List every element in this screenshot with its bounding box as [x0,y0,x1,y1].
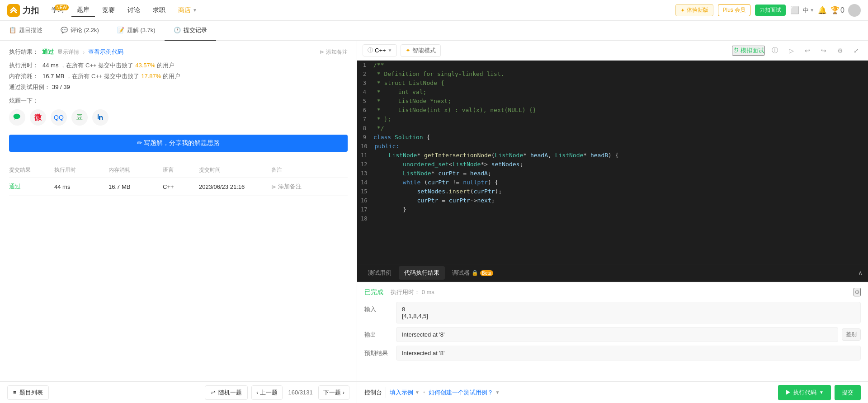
bell-icon-btn[interactable]: 🔔 [818,6,827,14]
add-note-btn[interactable]: ⊳ 添加备注 [320,48,348,56]
exec-time-desc: ，在所有 C++ 提交中击败了 [60,61,133,70]
col-header-submittime: 提交时间 [199,166,271,174]
show-detail-btn[interactable]: 显示详情 [57,48,79,56]
lock-icon: 🔒 [472,270,478,276]
view-example-btn[interactable]: 查看示例代码 [88,48,123,56]
tab-description[interactable]: 📋 题目描述 [0,21,52,41]
diff-btn[interactable]: 差别 [842,328,861,341]
expected-value: Intersected at '8' [396,346,861,361]
result-settings-btn[interactable]: ⚙ [854,288,861,296]
nav-item-learn[interactable]: 学习 NEW [46,5,70,16]
editor-actions: ⏱ 模拟面试 ⓘ ▷ ↩ ↪ ⚙ ⤢ [732,44,863,57]
output-value: Intersected at '8' [396,327,838,342]
table-header: 提交结果 执行用时 内存消耗 语言 提交时间 备注 [9,163,348,178]
beta-badge: Beta [480,270,493,276]
tab-code-result[interactable]: 代码执行结果 [399,266,445,280]
flag-icon: ⊳ [320,49,324,55]
execution-results-panel: 已完成 执行用时： 0 ms ⚙ 输入 8 [4,1,8,4,5] 输出 Int… [357,282,868,381]
status-done: 已完成 [364,288,383,296]
info-btn[interactable]: ⓘ [769,44,781,57]
sub-navigation: 📋 题目描述 💬 评论 (2.2k) 📝 题解 (3.7k) 🕐 提交记录 [0,21,868,41]
mock-interview-btn[interactable]: ⏱ 模拟面试 [732,46,765,56]
tab-submissions[interactable]: 🕐 提交记录 [165,21,216,41]
undo-icon-btn[interactable]: ↩ [801,44,814,57]
expected-label: 预期结果 [364,346,396,357]
code-line-18: 18 [357,214,868,223]
share-linkedin[interactable] [92,109,108,126]
ai-mode-btn[interactable]: ✦ 智能模式 [401,44,441,57]
nav-item-store[interactable]: 商店 ▼ [173,5,203,16]
logo[interactable]: 力扣 [7,4,39,17]
tab-solutions[interactable]: 📝 题解 (3.7k) [108,21,165,41]
redo-icon-btn[interactable]: ↪ [817,44,830,57]
mem-label: 内存消耗： [9,72,41,80]
mem-value: 16.7 MB [42,73,64,80]
next-btn[interactable]: 下一题 › [318,385,349,400]
code-line-5: 5 * ListNode *next; [357,97,868,106]
info-icon: ⓘ [368,47,373,54]
description-icon: 📋 [9,27,16,33]
run-code-btn[interactable]: ▶ 执行代码 ▼ [778,385,831,400]
output-row: 输出 Intersected at '8' 差别 [364,327,861,342]
mem-suffix: 的用户 [163,72,180,80]
col-header-note: 备注 [271,166,348,174]
nav-item-problems[interactable]: 题库 [71,4,95,17]
plus-btn[interactable]: Plus 会员 [718,4,751,16]
nav-item-jobs[interactable]: 求职 [147,5,171,16]
write-solution-btn[interactable]: ✏ 写题解，分享我的解题思路 [9,135,348,152]
submissions-table: 提交结果 执行用时 内存消耗 语言 提交时间 备注 通过 44 ms 16.7 … [9,163,348,196]
submit-btn[interactable]: 提交 [835,385,861,400]
input-value: 8 [4,1,8,4,5] [396,302,861,323]
code-line-7: 7 * }; [357,115,868,124]
result-area: 执行结果： 通过 显示详情 › 查看示例代码 ⊳ 添加备注 执行用时： 44 m… [0,41,357,381]
bottom-bar-left: ≡ 题目列表 ⇌ 随机一题 ‹ 上一题 160/3131 下一题 › [0,381,357,403]
monitor-icon-btn[interactable]: ⬜ [790,6,799,14]
code-line-13: 13 ListNode* curPtr = headA; [357,169,868,178]
result-header: 执行结果： 通过 显示详情 › 查看示例代码 ⊳ 添加备注 [9,48,348,56]
nav-item-contest[interactable]: 竞赛 [97,5,120,16]
trophy-icon: 🏆 [830,6,840,14]
tab-testcase[interactable]: 测试用例 [363,266,397,280]
prev-btn[interactable]: ‹ 上一题 [251,385,283,400]
code-editor-area[interactable]: 1 /** 2 * Definition for singly-linked l… [357,61,868,264]
interview-btn[interactable]: 力扣面试 [755,5,786,16]
fullscreen-btn[interactable]: ⤢ [850,44,863,57]
flag-icon-row: ⊳ [271,183,276,190]
col-header-mem: 内存消耗 [108,166,163,174]
code-line-8: 8 */ [357,124,868,133]
fill-example-btn[interactable]: 填入示例 ▼ [390,389,420,397]
row-time: 44 ms [54,183,108,190]
expand-icon[interactable]: ∧ [858,269,863,276]
table-row: 通过 44 ms 16.7 MB C++ 2023/06/23 21:16 ⊳ … [9,178,348,196]
share-icons: 微 QQ 豆 [9,109,348,126]
share-qq[interactable]: QQ [51,109,67,126]
nav-item-discuss[interactable]: 讨论 [122,5,146,16]
tab-comments[interactable]: 💬 评论 (2.2k) [52,21,108,41]
code-editor[interactable]: 1 /** 2 * Definition for singly-linked l… [357,61,868,264]
code-line-9: 9 class Solution { [357,133,868,142]
share-weibo[interactable]: 微 [30,109,46,126]
share-douban[interactable]: 豆 [71,109,88,126]
experience-btn[interactable]: ✦ 体验新版 [675,4,713,16]
star-icon: ✦ [680,7,685,14]
chevron-left-icon: ‹ [256,389,258,396]
random-btn[interactable]: ⇌ 随机一题 [205,385,248,400]
row-lang: C++ [163,183,199,190]
input-label: 输入 [364,302,396,314]
avatar[interactable] [848,4,861,17]
mem-percent: 17.87% [141,73,161,80]
share-wechat[interactable] [9,109,25,126]
ai-icon: ✦ [406,47,410,54]
problem-list-btn[interactable]: ≡ 题目列表 [7,385,49,400]
how-to-test-arrow: ▼ [495,390,500,395]
how-to-test-btn[interactable]: 如何创建一个测试用例？ ▼ [429,389,500,397]
lang-btn[interactable]: 中 ▼ [803,6,814,14]
run-icon-btn[interactable]: ▷ [785,44,797,57]
tab-debugger[interactable]: 调试器 🔒 Beta [447,266,499,280]
lang-selector[interactable]: ⓘ C++ ▼ [363,44,397,56]
logo-icon [7,4,20,17]
trophy-icon-btn[interactable]: 🏆 0 [830,6,844,14]
settings-icon-btn[interactable]: ⚙ [834,44,846,57]
row-result-pass[interactable]: 通过 [9,183,21,190]
nav-right: ✦ 体验新版 Plus 会员 力扣面试 ⬜ 中 ▼ 🔔 🏆 0 [675,4,861,17]
